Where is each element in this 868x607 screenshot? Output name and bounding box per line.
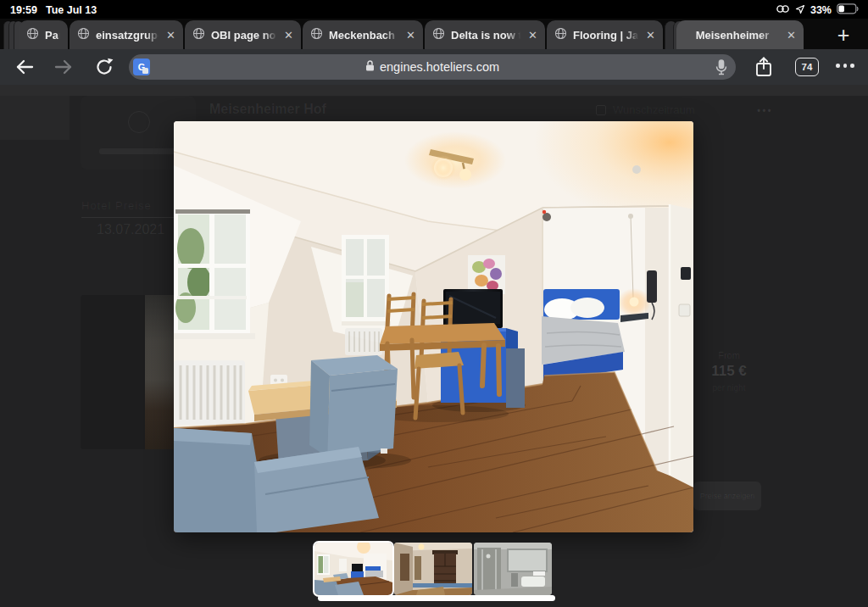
collapsed-tabs-stack-left[interactable] <box>3 21 19 49</box>
forward-button[interactable] <box>53 57 75 77</box>
tab-label: Meisenheimer <box>684 29 781 42</box>
close-icon[interactable]: ✕ <box>787 29 796 42</box>
date-range-control: Wunschzeitraum <box>596 103 695 116</box>
tab-bar: Part einsatzgrupen ✕ OBI page not f ✕ Me… <box>0 19 868 49</box>
tab-label: einsatzgrupen <box>96 29 160 42</box>
tab-label: Meckenbach - <box>329 29 400 42</box>
hotel-room-photo <box>174 121 693 532</box>
close-icon[interactable]: ✕ <box>646 29 655 42</box>
tab-meckenbach[interactable]: Meckenbach - ✕ <box>303 20 423 49</box>
hallway-thumbnail-image <box>394 543 472 595</box>
tab-label: Part <box>45 29 60 42</box>
smoke-detector <box>632 165 641 174</box>
lock-icon <box>365 60 375 74</box>
room-card-photo <box>81 295 174 449</box>
close-icon[interactable]: ✕ <box>528 29 537 42</box>
new-tab-button[interactable]: + <box>827 20 860 49</box>
back-button[interactable] <box>14 57 36 77</box>
living-room-thumbnail[interactable] <box>314 543 392 595</box>
room-price-block: From 115 € per night <box>693 350 765 393</box>
living-room-thumbnail-image <box>314 543 392 595</box>
navigation-toolbar: G engines.hoteliers.com 74 <box>0 49 868 85</box>
reload-button[interactable] <box>93 57 115 77</box>
close-icon[interactable]: ✕ <box>406 29 415 42</box>
site-more-menu: ••• <box>757 105 773 117</box>
radiator <box>174 360 245 425</box>
price-value: 115 € <box>693 363 765 380</box>
bathroom-thumbnail-image <box>474 543 552 595</box>
calendar-icon <box>596 105 606 115</box>
tab-flooring[interactable]: Flooring | Jam ✕ <box>547 20 663 49</box>
thumbnail-scrollbar[interactable] <box>318 595 555 601</box>
mic-icon[interactable] <box>715 59 727 78</box>
tab-obi-page[interactable]: OBI page not f ✕ <box>185 20 301 49</box>
lightbox-photo[interactable] <box>174 121 693 532</box>
price-filter-block: Hotel Preise 13.07.2021 <box>81 199 183 237</box>
site-left-block <box>0 96 70 140</box>
globe-icon <box>432 27 445 42</box>
dormer-window-far <box>342 235 391 326</box>
tab-einsatzgrupen[interactable]: einsatzgrupen ✕ <box>70 20 183 49</box>
radiator-far <box>345 328 382 355</box>
dormer-window-left <box>174 209 255 339</box>
url-text: engines.hoteliers.com <box>380 60 499 74</box>
close-icon[interactable]: ✕ <box>284 29 293 42</box>
location-icon <box>795 4 805 17</box>
status-date: Tue Jul 13 <box>46 4 97 16</box>
ceiling-lamp <box>404 131 506 189</box>
close-icon[interactable]: ✕ <box>166 29 175 42</box>
filter-date: 13.07.2021 <box>81 222 183 237</box>
tab-delta[interactable]: Delta is now th ✕ <box>425 20 545 49</box>
tab-label: Flooring | Jam <box>573 29 640 42</box>
globe-icon <box>310 27 323 42</box>
page-backdrop[interactable]: Meisenheimer Hof Wunschzeitraum ••• Hote… <box>0 85 868 607</box>
wall-artwork <box>468 255 505 294</box>
globe-icon <box>26 27 39 42</box>
tabs-count-button[interactable]: 74 <box>795 58 819 76</box>
battery-percent: 33% <box>810 4 832 16</box>
more-button[interactable] <box>836 64 854 68</box>
thumbnail-strip <box>314 543 552 595</box>
status-time: 19:59 <box>10 4 37 16</box>
tab-label: Delta is now th <box>451 29 522 42</box>
hotel-logo-emblem <box>128 111 150 133</box>
site-header-band <box>0 85 868 96</box>
share-button[interactable] <box>753 57 775 77</box>
battery-icon <box>837 3 860 17</box>
bathroom-thumbnail[interactable] <box>474 543 552 595</box>
tab-label: OBI page not f <box>211 29 278 42</box>
price-suffix: per night <box>693 383 765 393</box>
hallway-wardrobe-thumbnail[interactable] <box>394 543 472 595</box>
globe-icon <box>192 27 205 42</box>
show-prices-button: Preise anzeigen <box>693 482 761 510</box>
price-prefix: From <box>693 350 765 360</box>
tab-part[interactable]: Part <box>19 20 68 49</box>
status-bar: 19:59 Tue Jul 13 33% <box>0 0 868 19</box>
address-bar[interactable]: G engines.hoteliers.com <box>129 54 736 80</box>
hotspot-icon <box>776 4 790 16</box>
globe-icon <box>77 27 90 42</box>
site-title: Meisenheimer Hof <box>209 102 326 117</box>
globe-icon <box>554 27 567 42</box>
wardrobe <box>432 550 458 588</box>
status-clock: 19:59 Tue Jul 13 <box>10 4 97 16</box>
translate-icon[interactable]: G <box>133 58 150 75</box>
tab-meisenheimer-active[interactable]: Meisenheimer ✕ <box>676 20 804 49</box>
filter-label: Hotel Preise <box>81 199 183 212</box>
